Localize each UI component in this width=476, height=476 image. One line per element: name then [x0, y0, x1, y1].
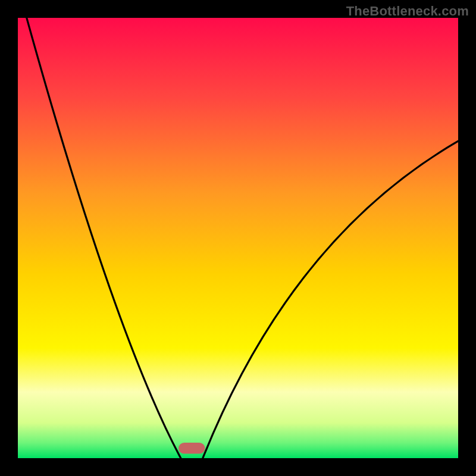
watermark-text: TheBottleneck.com [346, 4, 469, 19]
plot-area [18, 18, 458, 458]
gradient-background [18, 18, 458, 458]
chart-svg [18, 18, 458, 458]
minimum-marker [178, 443, 205, 454]
chart-frame: TheBottleneck.com [0, 0, 476, 476]
